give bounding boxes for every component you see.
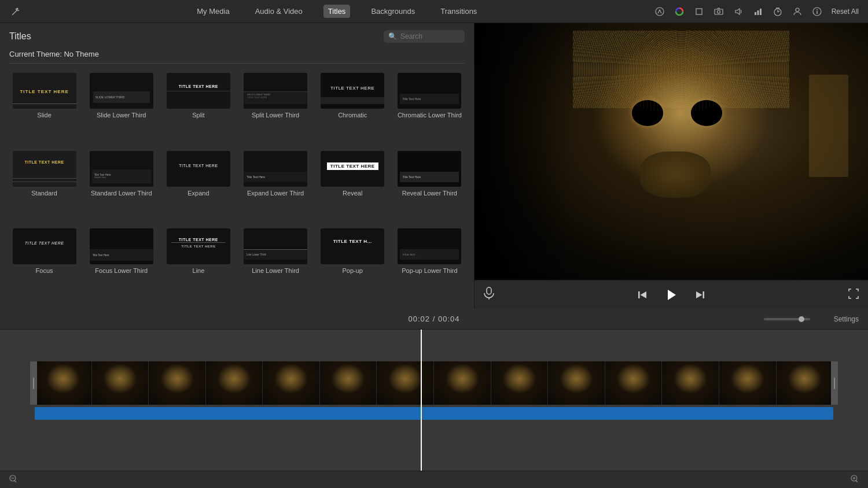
skip-forward-button[interactable]: [692, 286, 709, 304]
panel-title: Titles: [9, 31, 31, 42]
title-label-expand: Expand: [187, 189, 209, 197]
title-item-slide-lower-third[interactable]: Slide Lower Third Slide Lower Third: [84, 71, 159, 146]
magic-wand-icon[interactable]: [9, 5, 22, 18]
thumb-splt-text2: TITLE TEXT HERE: [247, 96, 267, 99]
nav-item-audio-video[interactable]: Audio & Video: [251, 5, 307, 18]
nav-item-titles[interactable]: Titles: [323, 5, 351, 18]
track-handle-left[interactable]: [30, 361, 37, 405]
title-item-popup[interactable]: TITLE TEXT H... Pop-up: [315, 226, 390, 302]
svg-point-14: [796, 8, 799, 12]
thumb-llt-text: Line Lower Third: [247, 253, 266, 256]
search-input[interactable]: [400, 32, 460, 40]
zoom-handle[interactable]: [799, 316, 804, 322]
search-icon: 🔍: [388, 32, 397, 40]
svg-rect-7: [696, 9, 702, 14]
title-item-expand-lower-third[interactable]: Title Text Here Expand Lower Third: [238, 149, 313, 224]
skip-back-button[interactable]: [634, 286, 651, 304]
svg-rect-20: [638, 291, 640, 298]
thumb-slide-text: TITLE TEXT HERE: [20, 89, 68, 94]
film-frame-9: [491, 361, 549, 405]
title-label-standard-lower-third: Standard Lower Third: [91, 189, 152, 197]
thumb-reveal-text: Title Text Here: [327, 162, 378, 170]
search-box[interactable]: 🔍: [384, 30, 465, 43]
title-label-line-lower-third: Line Lower Third: [252, 267, 299, 275]
title-item-focus[interactable]: Title Text Here Focus: [7, 226, 82, 302]
nav-item-transitions[interactable]: Transitions: [436, 5, 481, 18]
title-label-focus-lower-third: Focus Lower Third: [95, 267, 148, 275]
nav-item-backgrounds[interactable]: Backgrounds: [366, 5, 420, 18]
title-label-chromatic: Chromatic: [338, 111, 367, 119]
film-frame-7: [377, 361, 434, 405]
svg-rect-10: [755, 12, 756, 15]
camera-icon[interactable]: [711, 4, 726, 19]
volume-icon[interactable]: [731, 4, 746, 19]
mask-snout: [640, 151, 711, 198]
thumb-reveal-lower-third: Title Text Here: [398, 151, 461, 187]
timeline-zoom-out-icon[interactable]: [9, 475, 17, 485]
title-item-popup-lower-third[interactable]: TITLE TEXT ... Pop-up Lower Third: [392, 226, 467, 302]
thumb-focus-text: Title Text Here: [25, 241, 64, 245]
title-item-line[interactable]: TITLE TEXT HERE TITLE TEXT HERE Line: [161, 226, 236, 302]
title-item-slide[interactable]: TITLE TEXT HERE Slide: [7, 71, 82, 146]
svg-point-5: [656, 8, 664, 16]
current-theme-label: Current Theme: No Theme: [0, 47, 474, 63]
title-item-split-lower-third[interactable]: Split Lower Third TITLE TEXT HERE Split …: [238, 71, 313, 146]
settings-button[interactable]: Settings: [834, 315, 859, 323]
play-button[interactable]: [663, 286, 680, 304]
timeline-zoom-in-icon[interactable]: [851, 475, 859, 485]
color-wheel-icon[interactable]: [672, 4, 687, 19]
film-frame-2: [92, 361, 149, 405]
thumb-line: TITLE TEXT HERE TITLE TEXT HERE: [167, 228, 230, 264]
title-label-expand-lower-third: Expand Lower Third: [247, 189, 304, 197]
thumb-rlt-text: Title Text Here: [402, 175, 421, 179]
speed-icon[interactable]: [770, 4, 785, 19]
fullscreen-button[interactable]: [848, 289, 859, 301]
video-track-container[interactable]: [35, 361, 833, 425]
film-frame-12: [662, 361, 719, 405]
current-time: 00:02: [409, 315, 431, 323]
thumb-split: TITLE TEXT HERE: [167, 73, 230, 109]
svg-point-4: [17, 8, 19, 9]
info-icon[interactable]: [810, 4, 825, 19]
svg-line-31: [856, 480, 858, 482]
title-item-standard-lower-third[interactable]: Title Text Here Subtitle Here Standard L…: [84, 149, 159, 224]
svg-marker-21: [641, 291, 647, 298]
thumb-slide-lower-third: Slide Lower Third: [90, 73, 153, 109]
title-item-expand[interactable]: Title Text Here Expand: [161, 149, 236, 224]
title-label-split-lower-third: Split Lower Third: [252, 111, 299, 119]
nav-item-my-media[interactable]: My Media: [192, 5, 234, 18]
film-frame-4: [206, 361, 263, 405]
thumb-focus: Title Text Here: [13, 228, 76, 264]
track-handle-right[interactable]: [831, 361, 838, 405]
thumb-standard-lower-third: Title Text Here Subtitle Here: [90, 151, 153, 187]
edit-icon[interactable]: [652, 4, 667, 19]
title-label-chromatic-lower-third: Chromatic Lower Third: [398, 111, 462, 119]
playback-controls-center: [634, 286, 709, 304]
title-label-split: Split: [192, 111, 204, 119]
microphone-button[interactable]: [484, 287, 494, 302]
audio-track: [35, 407, 833, 420]
nav-left: [9, 5, 22, 18]
zoom-slider[interactable]: [764, 318, 810, 320]
title-item-chromatic[interactable]: Title Text Here Chromatic: [315, 71, 390, 146]
main-content: Titles 🔍 Current Theme: No Theme TITLE T…: [0, 23, 868, 309]
svg-line-0: [12, 10, 17, 15]
title-label-popup-lower-third: Pop-up Lower Third: [402, 267, 457, 275]
title-item-focus-lower-third[interactable]: Title Text Here Focus Lower Third: [84, 226, 159, 302]
title-item-split[interactable]: TITLE TEXT HERE Split: [161, 71, 236, 146]
video-preview-panel: [475, 23, 868, 309]
reset-all-button[interactable]: Reset All: [832, 8, 859, 16]
time-separator: /: [433, 315, 438, 323]
thumb-popup: TITLE TEXT H...: [321, 228, 384, 264]
chart-icon[interactable]: [751, 4, 766, 19]
crop-icon[interactable]: [692, 4, 707, 19]
title-item-reveal-lower-third[interactable]: Title Text Here Reveal Lower Third: [392, 149, 467, 224]
title-item-standard[interactable]: TITLE TEXT HERE Standard: [7, 149, 82, 224]
panel-header: Titles 🔍: [0, 23, 474, 47]
zoom-control[interactable]: [764, 318, 810, 320]
title-item-reveal[interactable]: Title Text Here Reveal: [315, 149, 390, 224]
person-icon[interactable]: [790, 4, 805, 19]
svg-rect-8: [715, 9, 723, 14]
title-item-line-lower-third[interactable]: Line Lower Third Line Lower Third: [238, 226, 313, 302]
title-item-chromatic-lower-third[interactable]: Title Text Here Chromatic Lower Third: [392, 71, 467, 146]
